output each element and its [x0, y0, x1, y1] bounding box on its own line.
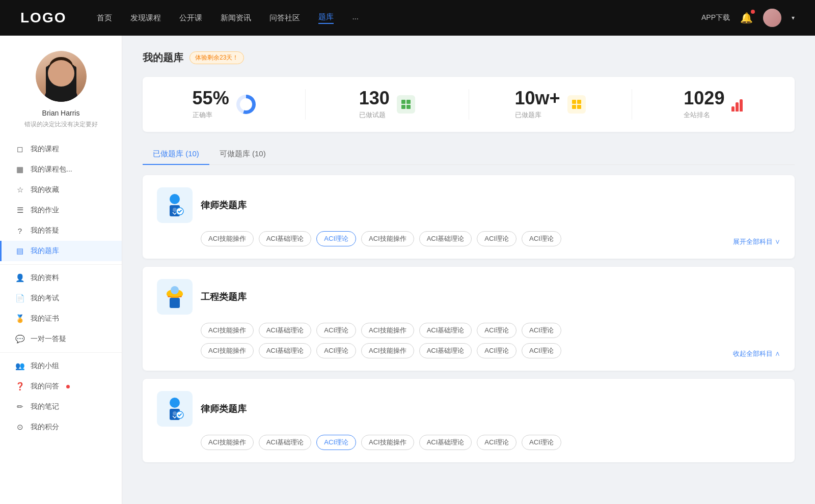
qbank-tag-2-0-2[interactable]: ACI理论 — [316, 323, 356, 338]
qbank-tag-2-1-3[interactable]: ACI技能操作 — [361, 343, 414, 358]
nav-more[interactable]: ··· — [352, 14, 359, 22]
nav-news[interactable]: 新闻资讯 — [221, 13, 251, 23]
stat-done-questions-value: 130 — [359, 89, 390, 107]
qbank-tag-1-6[interactable]: ACI理论 — [522, 231, 561, 246]
stat-accuracy-label: 正确率 — [193, 110, 229, 120]
qbank-tag-3-4[interactable]: ACI基础理论 — [419, 435, 472, 450]
sidebar-item-my-homework[interactable]: ☰ 我的作业 — [0, 200, 122, 220]
qbank-expand-1[interactable]: 展开全部科目 ∨ — [733, 237, 780, 246]
nav-qa[interactable]: 问答社区 — [269, 13, 300, 23]
qbank-tag-2-0-5[interactable]: ACI理论 — [477, 323, 517, 338]
qbank-tag-3-2[interactable]: ACI理论 — [316, 435, 356, 450]
sidebar-item-my-cert[interactable]: 🏅 我的证书 — [0, 309, 122, 329]
my-answers-icon: ❓ — [15, 382, 24, 391]
sidebar-item-my-qbank[interactable]: ▤ 我的题库 — [0, 241, 122, 261]
sidebar-item-my-answers[interactable]: ❓ 我的问答 — [0, 376, 122, 397]
qbank-tag-2-0-6[interactable]: ACI理论 — [522, 323, 561, 338]
sidebar-item-my-package[interactable]: ▦ 我的课程包... — [0, 159, 122, 180]
qbank-tag-1-1[interactable]: ACI基础理论 — [259, 231, 312, 246]
sidebar-item-my-group[interactable]: 👥 我的小组 — [0, 356, 122, 376]
qbank-tag-2-0-1[interactable]: ACI基础理论 — [259, 323, 312, 338]
nav-discover[interactable]: 发现课程 — [130, 13, 161, 23]
qbank-collapse-2[interactable]: 收起全部科目 ∧ — [733, 349, 780, 358]
tab-available-qbank[interactable]: 可做题库 (10) — [209, 144, 276, 165]
nav-qbank[interactable]: 题库 — [318, 12, 334, 24]
svg-rect-5 — [401, 100, 405, 104]
qbank-tags-2-0: ACI技能操作 ACI基础理论 ACI理论 ACI技能操作 ACI基础理论 AC… — [201, 323, 780, 338]
nav-opencourse[interactable]: 公开课 — [179, 13, 202, 23]
user-name: Brian Harris — [42, 109, 80, 117]
sidebar-item-my-favorites[interactable]: ☆ 我的收藏 — [0, 180, 122, 200]
sidebar-item-my-questions[interactable]: ? 我的答疑 — [0, 220, 122, 241]
sidebar-item-my-points[interactable]: ⊙ 我的积分 — [0, 417, 122, 437]
svg-rect-12 — [577, 105, 581, 109]
sidebar: Brian Harris 错误的决定比没有决定要好 ◻ 我的课程 ▦ 我的课程包… — [0, 36, 122, 504]
sidebar-item-label-my-group: 我的小组 — [31, 361, 59, 371]
qbank-tag-1-0[interactable]: ACI技能操作 — [201, 231, 254, 246]
svg-rect-21 — [170, 298, 180, 308]
my-profile-icon: 👤 — [15, 273, 24, 283]
my-exam-icon: 📄 — [15, 294, 24, 303]
qbank-tag-1-2[interactable]: ACI理论 — [316, 231, 356, 246]
stat-done-qbanks-value: 10w+ — [515, 89, 560, 107]
qbank-tag-2-1-4[interactable]: ACI基础理论 — [419, 343, 472, 358]
notification-bell[interactable]: 🔔 — [740, 12, 753, 24]
nav-home[interactable]: 首页 — [97, 13, 112, 23]
qbank-tag-1-5[interactable]: ACI理论 — [477, 231, 517, 246]
sidebar-divider-2 — [0, 352, 122, 353]
qbank-tag-3-0[interactable]: ACI技能操作 — [201, 435, 254, 450]
qbank-tags-row-1: ACI技能操作 ACI基础理论 ACI理论 ACI技能操作 ACI基础理论 AC… — [157, 231, 780, 246]
tab-done-qbank[interactable]: 已做题库 (10) — [143, 144, 209, 165]
navbar: LOGO 首页 发现课程 公开课 新闻资讯 问答社区 题库 ··· APP下载 … — [0, 0, 815, 36]
qbank-tag-3-5[interactable]: ACI理论 — [477, 435, 517, 450]
qbank-tag-3-1[interactable]: ACI基础理论 — [259, 435, 312, 450]
qbank-tag-2-1-5[interactable]: ACI理论 — [477, 343, 517, 358]
qbank-card-header-1: 律师类题库 — [157, 187, 780, 223]
sidebar-item-label-my-qbank: 我的题库 — [31, 246, 59, 256]
qbank-tag-1-4[interactable]: ACI基础理论 — [419, 231, 472, 246]
qbank-tag-3-6[interactable]: ACI理论 — [522, 435, 561, 450]
stat-done-questions-text: 130 已做试题 — [359, 89, 390, 120]
avatar-image — [763, 9, 781, 27]
qbank-tags-1: ACI技能操作 ACI基础理论 ACI理论 ACI技能操作 ACI基础理论 AC… — [157, 231, 733, 246]
sidebar-item-my-exam[interactable]: 📄 我的考试 — [0, 288, 122, 309]
qbank-card-lawyer-1: 律师类题库 ACI技能操作 ACI基础理论 ACI理论 ACI技能操作 ACI基… — [143, 175, 795, 259]
stat-done-questions-label: 已做试题 — [359, 110, 390, 120]
svg-point-2 — [49, 57, 73, 75]
stat-done-qbanks: 10w+ 已做题库 — [469, 89, 632, 120]
qbank-tag-2-1-2[interactable]: ACI理论 — [316, 343, 356, 358]
my-notes-icon: ✏ — [15, 402, 24, 411]
qbank-tag-2-0-3[interactable]: ACI技能操作 — [361, 323, 414, 338]
site-rank-icon — [731, 97, 743, 111]
sidebar-avatar — [36, 51, 87, 102]
sidebar-item-label-one-on-one: 一对一答疑 — [31, 334, 66, 344]
user-dropdown-arrow[interactable]: ▾ — [792, 14, 795, 21]
user-avatar[interactable] — [763, 9, 781, 27]
sidebar-item-label-my-points: 我的积分 — [31, 423, 59, 432]
qbank-card-header-3: 律师类题库 — [157, 391, 780, 427]
sidebar-item-my-course[interactable]: ◻ 我的课程 — [0, 139, 122, 159]
navbar-right: APP下载 🔔 ▾ — [701, 9, 795, 27]
stat-done-qbanks-text: 10w+ 已做题库 — [515, 89, 560, 120]
app-download-link[interactable]: APP下载 — [701, 13, 730, 22]
qbank-tag-2-1-0[interactable]: ACI技能操作 — [201, 343, 254, 358]
qbank-tag-2-0-4[interactable]: ACI基础理论 — [419, 323, 472, 338]
qbank-tag-2-1-1[interactable]: ACI基础理论 — [259, 343, 312, 358]
qbank-tag-2-1-6[interactable]: ACI理论 — [522, 343, 561, 358]
sidebar-item-my-profile[interactable]: 👤 我的资料 — [0, 268, 122, 288]
stat-site-rank-text: 1029 全站排名 — [684, 89, 724, 120]
sidebar-item-one-on-one[interactable]: 💬 一对一答疑 — [0, 329, 122, 349]
qbank-tag-3-3[interactable]: ACI技能操作 — [361, 435, 414, 450]
qbank-tag-1-3[interactable]: ACI技能操作 — [361, 231, 414, 246]
qbank-tag-2-0-0[interactable]: ACI技能操作 — [201, 323, 254, 338]
sidebar-item-my-notes[interactable]: ✏ 我的笔记 — [0, 397, 122, 417]
my-points-icon: ⊙ — [15, 423, 24, 432]
qbank-card-lawyer-2: 律师类题库 ACI技能操作 ACI基础理论 ACI理论 ACI技能操作 ACI基… — [143, 379, 795, 462]
qbank-tags-3: ACI技能操作 ACI基础理论 ACI理论 ACI技能操作 ACI基础理论 AC… — [201, 435, 780, 450]
qbank-icon-wrap-1 — [157, 187, 193, 223]
bar-3 — [740, 99, 743, 111]
my-cert-icon: 🏅 — [15, 314, 24, 323]
qbank-tags-row-2-0: ACI技能操作 ACI基础理论 ACI理论 ACI技能操作 ACI基础理论 AC… — [157, 323, 780, 338]
page-header: 我的题库 体验剩余23天！ — [143, 51, 795, 65]
stat-site-rank: 1029 全站排名 — [632, 89, 795, 120]
